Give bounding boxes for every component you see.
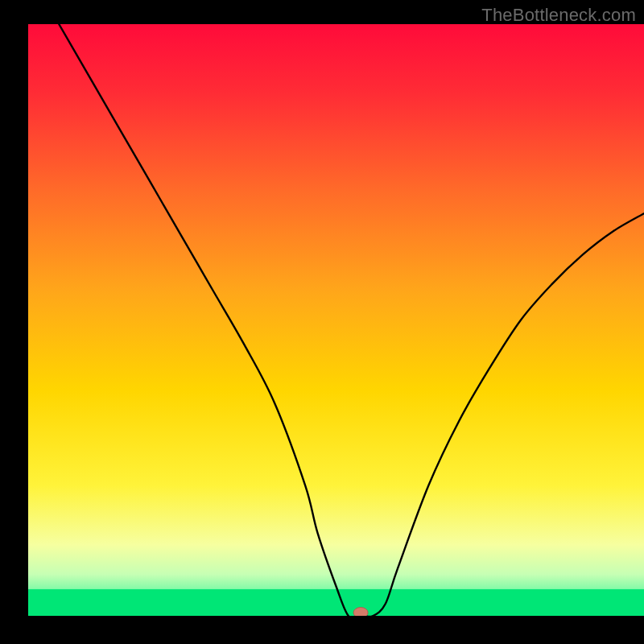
gradient-background [28,24,644,616]
bottleneck-chart [0,0,644,644]
watermark-text: TheBottleneck.com [481,5,636,26]
chart-stage: TheBottleneck.com [0,0,644,644]
plot-area [28,24,644,618]
green-baseline-band [28,589,644,616]
